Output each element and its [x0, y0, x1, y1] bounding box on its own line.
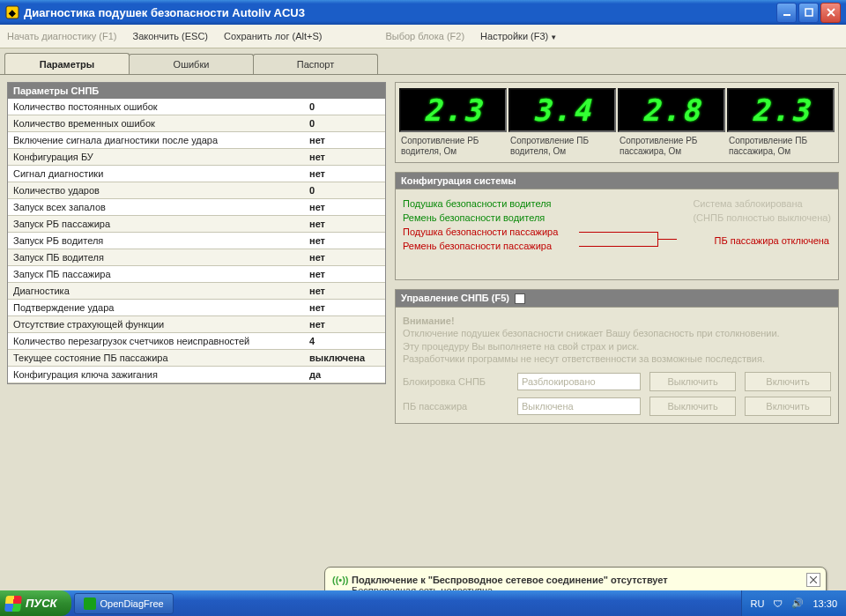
svg-text:◆: ◆: [8, 8, 16, 18]
param-value: да: [304, 367, 385, 383]
menu-select-block[interactable]: Выбор блока (F2): [385, 31, 464, 41]
clock[interactable]: 13:30: [813, 598, 837, 609]
link-line-icon: [579, 232, 658, 233]
param-value: нет: [304, 266, 385, 283]
param-name: Запуск ПБ водителя: [8, 249, 304, 266]
snpb-toggle-indicator[interactable]: [515, 293, 525, 304]
pb-pass-off-label: ПБ пассажира отключена: [715, 235, 830, 246]
balloon-title: Подключение к "Беспроводное сетевое соед…: [352, 575, 801, 585]
tab-passport[interactable]: Паспорт: [253, 54, 378, 74]
table-row: Текущее состояние ПБ пассажиравыключена: [8, 350, 385, 367]
wireless-icon: ((•)): [332, 575, 349, 585]
cfg-driver-pb: Подушка безопасности водителя: [403, 197, 638, 211]
system-tray[interactable]: RU 🛡 🔊 13:30: [741, 590, 846, 616]
param-value: нет: [304, 132, 385, 149]
param-name: Сигнал диагностики: [8, 166, 304, 182]
titlebar[interactable]: ◆ Диагностика подушек безопасности Autol…: [0, 0, 846, 25]
param-value: нет: [304, 199, 385, 216]
param-value: 0: [304, 115, 385, 132]
app-window: ◆ Диагностика подушек безопасности Autol…: [0, 0, 846, 590]
pb-on-button[interactable]: Включить: [745, 397, 831, 416]
close-icon: [810, 576, 817, 583]
param-name: Диагностика: [8, 283, 304, 300]
menu-settings[interactable]: Настройки (F3)▼: [480, 31, 557, 41]
tab-errors[interactable]: Ошибки: [129, 54, 254, 74]
param-value: нет: [304, 316, 385, 333]
lock-state-input: [517, 373, 641, 390]
param-name: Отсутствие страхующей функции: [8, 316, 304, 333]
app-icon: ◆: [5, 5, 19, 19]
menu-save-log[interactable]: Сохранить лог (Alt+S): [224, 31, 322, 41]
param-value: нет: [304, 300, 385, 316]
lock-off-button[interactable]: Выключить: [649, 372, 736, 391]
table-row: Запуск всех запаловнет: [8, 199, 385, 216]
svg-rect-2: [783, 14, 790, 16]
param-name: Количество ударов: [8, 182, 304, 199]
pb-state-input: [517, 397, 641, 415]
param-value: 4: [304, 333, 385, 350]
table-row: Отсутствие страхующей функциинет: [8, 316, 385, 333]
lock-on-button[interactable]: Включить: [745, 372, 831, 391]
param-name: Конфигурация БУ: [8, 149, 304, 166]
cfg-driver-rb: Ремень безопасности водителя: [403, 211, 638, 225]
windows-flag-icon: [4, 596, 22, 612]
warning-block: Внимание! Отключение подушек безопасност…: [403, 315, 831, 365]
param-name: Количество постоянных ошибок: [8, 99, 304, 115]
lock-label: Блокировка СНПБ: [403, 376, 508, 387]
app-mini-icon: [84, 597, 96, 610]
menu-start-diag[interactable]: Начать диагностику (F1): [7, 31, 116, 41]
param-name: Включение сигнала диагностики после удар…: [8, 132, 304, 149]
gauge: 2.8Сопротивление РБпассажира, Ом: [620, 88, 724, 157]
param-name: Текущее состояние ПБ пассажира: [8, 350, 304, 367]
gauge-label: Сопротивление ПБпассажира, Ом: [729, 136, 807, 157]
table-row: Включение сигнала диагностики после удар…: [8, 132, 385, 149]
table-row: Запуск ПБ водителянет: [8, 249, 385, 266]
table-row: Количество постоянных ошибок0: [8, 99, 385, 115]
maximize-button[interactable]: [798, 3, 819, 23]
link-line-icon: [579, 246, 658, 247]
param-value: нет: [304, 283, 385, 300]
taskbar: ПУСК OpenDiagFree RU 🛡 🔊 13:30: [0, 590, 846, 616]
param-value: нет: [304, 249, 385, 266]
taskbar-item[interactable]: OpenDiagFree: [74, 593, 174, 614]
control-title: Управление СНПБ (F5): [396, 290, 838, 308]
param-name: Подтверждение удара: [8, 300, 304, 316]
tab-row: Параметры Ошибки Паспорт: [0, 48, 846, 75]
param-name: Запуск всех запалов: [8, 199, 304, 216]
tray-icon[interactable]: 🛡: [773, 598, 783, 609]
table-row: Количество перезагрузок счетчиков неиспр…: [8, 333, 385, 350]
gauge: 2.3Сопротивление ПБпассажира, Ом: [729, 88, 833, 157]
tab-params[interactable]: Параметры: [4, 53, 130, 74]
menubar: Начать диагностику (F1) Закончить (ESC) …: [0, 25, 846, 48]
control-section: Управление СНПБ (F5) Внимание! Отключени…: [395, 289, 839, 424]
balloon-close-button[interactable]: [806, 573, 820, 587]
param-value: нет: [304, 149, 385, 166]
param-value: выключена: [304, 350, 385, 367]
menu-finish[interactable]: Закончить (ESC): [132, 31, 208, 41]
pb-label: ПБ пассажира: [403, 401, 508, 412]
svg-rect-3: [805, 9, 813, 16]
chevron-down-icon: ▼: [550, 33, 557, 41]
params-header: Параметры СНПБ: [8, 83, 385, 99]
pb-off-button[interactable]: Выключить: [649, 397, 736, 416]
param-name: Запуск ПБ пассажира: [8, 266, 304, 283]
minimize-button[interactable]: [776, 3, 797, 23]
gauge: 3.4Сопротивление ПБводителя, Ом: [510, 88, 614, 157]
params-table: Количество постоянных ошибок0Количество …: [8, 99, 385, 383]
gauge-display: 2.8: [618, 88, 725, 132]
tray-icon[interactable]: 🔊: [791, 597, 804, 609]
table-row: Конфигурация ключа зажиганияда: [8, 367, 385, 383]
cfg-sys-locked: Система заблокирована: [693, 197, 831, 211]
table-row: Запуск ПБ пассажиранет: [8, 266, 385, 283]
param-name: Конфигурация ключа зажигания: [8, 367, 304, 383]
table-row: Конфигурация БУнет: [8, 149, 385, 166]
table-row: Сигнал диагностикинет: [8, 166, 385, 182]
close-button[interactable]: [820, 3, 841, 23]
start-button[interactable]: ПУСК: [0, 590, 71, 616]
lang-indicator[interactable]: RU: [751, 598, 765, 609]
param-value: нет: [304, 233, 385, 249]
config-section: Конфигурация системы Подушка безопасност…: [395, 172, 839, 280]
param-name: Запуск РБ водителя: [8, 233, 304, 249]
param-name: Количество временных ошибок: [8, 115, 304, 132]
gauge-display: 2.3: [727, 88, 835, 132]
